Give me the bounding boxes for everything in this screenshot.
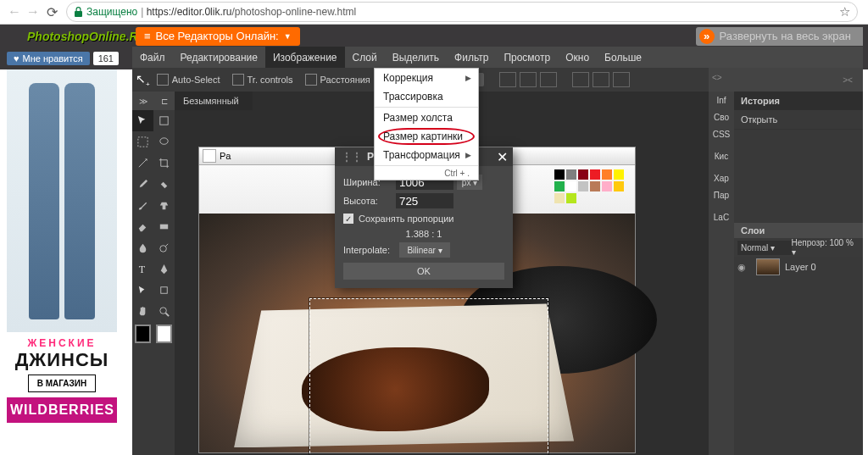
svg-rect-3 [160, 225, 168, 230]
path-tool[interactable] [132, 280, 153, 301]
expand-fullscreen-button[interactable]: » Развернуть на весь экран [696, 27, 863, 46]
artboard-tool[interactable] [153, 110, 175, 131]
menu-trace[interactable]: Трассировка [375, 87, 478, 106]
type-tool[interactable]: T [132, 258, 153, 280]
svg-point-7 [160, 308, 167, 314]
history-panel-tab[interactable]: История [734, 92, 863, 110]
layer-name[interactable]: Layer 0 [785, 262, 816, 272]
menu-separator [375, 107, 478, 108]
move-tool-icon: ↖+ [136, 72, 150, 88]
align-icon-1[interactable] [499, 72, 516, 87]
align-icon-3[interactable] [540, 72, 557, 87]
opacity-value[interactable]: 100 % [829, 238, 853, 247]
blur-tool[interactable] [132, 237, 153, 258]
menu-filter[interactable]: Фильтр [447, 47, 496, 68]
url-path: /photoshop-online-new.html [231, 6, 356, 18]
menu-more[interactable]: Больше [597, 47, 649, 68]
wand-tool[interactable] [132, 153, 153, 174]
gradient-tool[interactable] [153, 216, 175, 237]
history-item-open[interactable]: Открыть [734, 110, 863, 130]
reload-button[interactable]: ⟳ [42, 3, 61, 21]
panel-collapse-icon[interactable]: <> [712, 73, 722, 82]
layers-panel-tab[interactable]: Слои [734, 223, 863, 238]
align-icon-4[interactable] [572, 72, 589, 87]
like-button[interactable]: ♥ Мне нравится [7, 52, 90, 65]
layer-row[interactable]: ◉ Layer 0 [734, 257, 863, 277]
keep-ratio-label: Сохранять пропорции [359, 214, 454, 224]
submenu-arrow-icon: ▶ [465, 74, 471, 82]
menu-edit[interactable]: Редактирование [173, 47, 265, 68]
auto-select-checkbox[interactable] [157, 74, 169, 86]
align-icon-2[interactable] [520, 72, 537, 87]
all-editors-dropdown[interactable]: ≡ Все Редакторы Онлайн: ▼ [136, 27, 300, 46]
eyedropper-tool[interactable] [132, 174, 153, 195]
shape-tool[interactable] [153, 280, 175, 301]
lasso-tool[interactable] [153, 131, 175, 153]
panel-svo[interactable]: Сво [709, 108, 734, 125]
site-logo[interactable]: PhotoshopOnline.Ru [0, 30, 132, 43]
visibility-eye-icon[interactable]: ◉ [737, 262, 751, 273]
dodge-tool[interactable] [153, 237, 175, 258]
toolbox-dock-icon[interactable]: ⊏ [153, 92, 175, 110]
zoom-tool[interactable] [153, 301, 175, 322]
marquee-selection[interactable] [309, 298, 548, 455]
transform-controls-checkbox[interactable] [232, 74, 244, 86]
panel-lac[interactable]: LaC [709, 208, 734, 225]
align-icon-5[interactable] [593, 72, 609, 87]
back-button[interactable]: ← [5, 3, 24, 21]
layer-thumbnail[interactable] [756, 258, 780, 275]
image-menu-dropdown: Коррекция▶ Трассировка Размер холста Раз… [374, 68, 479, 180]
pen-tool[interactable] [153, 258, 175, 280]
paint-app-icon [203, 149, 216, 163]
interpolate-dropdown[interactable]: Bilinear ▾ [399, 242, 450, 258]
height-input[interactable] [396, 193, 453, 208]
svg-point-2 [160, 138, 168, 145]
address-bar[interactable]: Защищено | https://editor.0lik.ru/photos… [66, 2, 858, 22]
panel-collapse-icon-2[interactable]: >< [839, 68, 856, 92]
ad-cta-button[interactable]: В МАГАЗИН [28, 375, 97, 392]
lock-icon: Защищено [74, 6, 137, 18]
align-icon-6[interactable] [613, 72, 630, 87]
interpolate-label: Interpolate: [343, 245, 396, 255]
bg-color[interactable] [156, 325, 172, 343]
document-tab[interactable]: Безымянный [175, 92, 253, 110]
ok-button[interactable]: OK [343, 263, 504, 280]
keep-ratio-checkbox[interactable]: ✓Сохранять пропорции [343, 214, 504, 224]
forward-button[interactable]: → [24, 3, 42, 21]
panel-info[interactable]: Inf [709, 92, 734, 108]
menu-image-size[interactable]: Размер картинки [375, 127, 478, 146]
heal-tool[interactable] [153, 174, 175, 195]
paint-color-swatches[interactable] [554, 169, 630, 203]
brush-tool[interactable] [132, 195, 153, 216]
menu-separator [375, 165, 478, 166]
panel-par[interactable]: Пар [709, 186, 734, 203]
menu-correction[interactable]: Коррекция▶ [375, 69, 478, 87]
eraser-tool[interactable] [132, 216, 153, 237]
panel-har[interactable]: Хар [709, 169, 734, 186]
menu-layer[interactable]: Слой [345, 47, 385, 68]
caret-down-icon: ▼ [284, 32, 292, 41]
bookmark-icon[interactable]: ☆ [839, 4, 850, 19]
menu-canvas-size[interactable]: Размер холста [375, 108, 478, 127]
close-icon[interactable]: ✕ [494, 149, 509, 164]
blend-mode-dropdown[interactable]: Normal ▾ [737, 241, 792, 255]
sidebar-ad[interactable]: ⓘ ✕ ЖЕНСКИЕ ДЖИНСЫ В МАГАЗИН WILDBERRIES [7, 69, 117, 455]
svg-point-4 [160, 246, 167, 252]
marquee-tool[interactable] [132, 131, 153, 153]
menu-image[interactable]: Изображение [265, 47, 345, 68]
menu-window[interactable]: Окно [558, 47, 597, 68]
toolbox-collapse-icon[interactable]: ≫ [132, 92, 153, 110]
hand-tool[interactable] [132, 301, 153, 322]
clone-tool[interactable] [153, 195, 175, 216]
toolbox: T [132, 92, 175, 455]
menu-file[interactable]: Файл [132, 47, 173, 68]
panel-css[interactable]: CSS [709, 125, 734, 142]
panel-kis[interactable]: Кис [709, 147, 734, 164]
move-tool[interactable] [132, 110, 153, 131]
menu-select[interactable]: Выделить [385, 47, 447, 68]
crop-tool[interactable] [153, 153, 175, 174]
menu-view[interactable]: Просмотр [496, 47, 558, 68]
menu-transform[interactable]: Трансформация▶ [375, 146, 478, 164]
fg-color[interactable] [135, 325, 151, 343]
distances-checkbox[interactable] [305, 74, 317, 86]
